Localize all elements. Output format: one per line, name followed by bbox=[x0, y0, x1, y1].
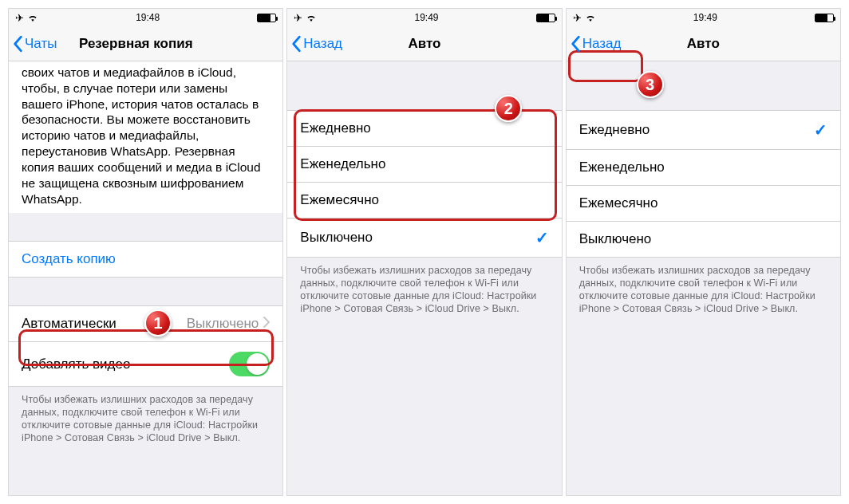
backup-description: своих чатов и медиафайлов в iCloud, чтоб… bbox=[9, 61, 282, 213]
option-weekly[interactable]: Еженедельно bbox=[567, 149, 840, 186]
auto-backup-label: Автоматически bbox=[22, 316, 116, 332]
airplane-icon: ✈ bbox=[294, 12, 302, 24]
chevron-right-icon bbox=[263, 316, 270, 332]
status-time: 19:49 bbox=[693, 12, 717, 23]
option-label: Выключено bbox=[579, 231, 652, 247]
back-button[interactable]: Чаты bbox=[9, 35, 57, 53]
status-bar: ✈ 19:49 bbox=[287, 9, 561, 26]
option-label: Ежедневно bbox=[579, 122, 650, 138]
option-off[interactable]: Выключено ✓ bbox=[287, 218, 561, 258]
wifi-icon bbox=[585, 14, 596, 22]
checkmark-icon: ✓ bbox=[535, 228, 549, 247]
battery-icon bbox=[536, 14, 555, 22]
nav-bar: Чаты Резервная копия bbox=[9, 26, 282, 61]
wifi-icon bbox=[27, 14, 38, 22]
create-backup-button[interactable]: Создать копию bbox=[9, 241, 282, 278]
auto-backup-row[interactable]: Автоматически Выключено bbox=[9, 305, 282, 342]
nav-bar: Назад Авто bbox=[567, 26, 840, 61]
option-weekly[interactable]: Еженедельно bbox=[287, 146, 561, 183]
wifi-icon bbox=[306, 14, 317, 22]
back-label: Назад bbox=[582, 36, 622, 52]
back-button[interactable]: Назад bbox=[567, 35, 622, 53]
option-label: Еженедельно bbox=[300, 156, 385, 172]
status-time: 19:49 bbox=[414, 12, 438, 23]
phone-screen-2: ✈ 19:49 Назад Авто Ежедневно Еженедельно… bbox=[286, 8, 562, 496]
phone-screen-1: ✈ 19:48 Чаты Резервная копия своих чатов… bbox=[8, 8, 283, 496]
option-label: Выключено bbox=[300, 230, 373, 246]
option-label: Еженедельно bbox=[579, 159, 665, 175]
option-label: Ежемесячно bbox=[300, 192, 379, 208]
auto-backup-value: Выключено bbox=[187, 316, 259, 332]
add-video-row[interactable]: Добавлять видео bbox=[9, 341, 282, 387]
airplane-icon: ✈ bbox=[573, 12, 582, 24]
create-backup-label: Создать копию bbox=[22, 251, 116, 267]
option-monthly[interactable]: Ежемесячно bbox=[287, 182, 561, 219]
phone-screen-3: ✈ 19:49 Назад Авто Ежедневно ✓ Еженедель… bbox=[566, 8, 841, 496]
footer-note: Чтобы избежать излишних расходов за пере… bbox=[9, 387, 282, 451]
checkmark-icon: ✓ bbox=[814, 120, 827, 140]
status-time: 19:48 bbox=[136, 12, 160, 23]
back-button[interactable]: Назад bbox=[287, 35, 342, 53]
back-label: Назад bbox=[303, 36, 342, 52]
option-off[interactable]: Выключено bbox=[567, 221, 840, 258]
add-video-label: Добавлять видео bbox=[22, 356, 130, 372]
back-label: Чаты bbox=[25, 36, 57, 52]
status-bar: ✈ 19:49 bbox=[567, 9, 840, 26]
battery-icon bbox=[257, 14, 276, 22]
footer-note: Чтобы избежать излишних расходов за пере… bbox=[287, 258, 561, 321]
footer-note: Чтобы избежать излишних расходов за пере… bbox=[567, 258, 840, 321]
nav-bar: Назад Авто bbox=[287, 26, 561, 61]
option-daily[interactable]: Ежедневно bbox=[287, 110, 561, 147]
battery-icon bbox=[815, 14, 834, 22]
add-video-switch[interactable] bbox=[229, 352, 270, 376]
option-label: Ежедневно bbox=[300, 120, 370, 136]
airplane-icon: ✈ bbox=[15, 12, 24, 24]
option-label: Ежемесячно bbox=[579, 195, 658, 211]
status-bar: ✈ 19:48 bbox=[9, 9, 282, 26]
option-monthly[interactable]: Ежемесячно bbox=[567, 185, 840, 222]
option-daily[interactable]: Ежедневно ✓ bbox=[567, 110, 840, 150]
